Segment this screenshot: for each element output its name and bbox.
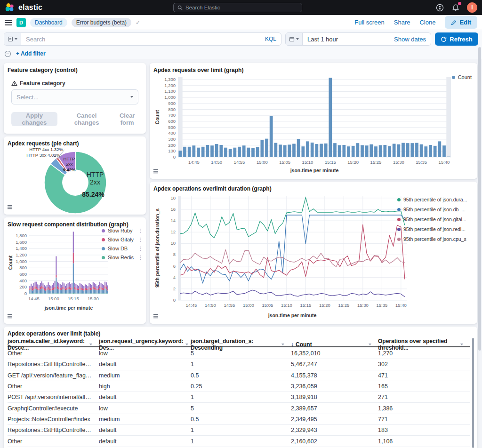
apply-changes-button[interactable]: Apply changes (11, 112, 57, 126)
refresh-button[interactable]: Refresh (435, 32, 478, 46)
chevron-down-icon[interactable] (460, 344, 463, 345)
table-row: Repositories::GitHttpController#info_ref… (8, 359, 470, 370)
table-cell: medium (99, 372, 191, 379)
breadcrumb-current[interactable]: Error budgets (beta) (72, 18, 131, 27)
table-cell: default (99, 438, 191, 445)
kql-query-input[interactable]: Search (21, 36, 265, 43)
panel-title: Apdex operations over limit (table) (8, 330, 474, 337)
kql-toggle[interactable]: KQL (265, 36, 281, 42)
legend-actions-icon[interactable]: ⋮ (138, 255, 143, 260)
legend-item[interactable]: Slow Ruby⋮ (102, 228, 143, 233)
global-search-input[interactable]: Search Elastic (173, 3, 302, 12)
full-screen-link[interactable]: Full screen (354, 19, 385, 26)
table-cell: GET /api/:version/feature_flags/unleash.… (8, 372, 99, 379)
warning-icon (11, 80, 17, 86)
svg-text:Count: Count (154, 110, 160, 124)
table-cell: low (99, 405, 191, 412)
filter-options-icon[interactable] (4, 50, 11, 57)
legend-item[interactable]: 95th percentile of json.gital... (397, 216, 474, 222)
table-cell: 271 (378, 394, 470, 400)
legend-toggle-icon[interactable] (153, 168, 159, 176)
legend-item[interactable]: 95th percentile of json.redi... (397, 226, 474, 232)
show-dates-link[interactable]: Show dates (394, 36, 431, 43)
table-row: GET /api/:version/feature_flags/unleash.… (8, 370, 470, 381)
svg-text:400: 400 (168, 130, 176, 136)
legend-actions-icon[interactable]: ⋮ (138, 246, 143, 251)
feature-category-select[interactable]: Select... (11, 89, 138, 104)
svg-text:json.time per minute: json.time per minute (290, 168, 339, 173)
table-cell: default (99, 394, 191, 400)
svg-text:15:15: 15:15 (300, 303, 311, 308)
dashboard-grid: Feature category (control) Feature categ… (0, 59, 482, 448)
svg-text:15:35: 15:35 (376, 303, 387, 308)
legend-label: Slow DB (108, 246, 128, 251)
legend-item[interactable]: Slow Redis⋮ (102, 255, 143, 260)
sort-desc-icon: ↓ (291, 341, 294, 348)
legend-toggle-icon[interactable] (153, 313, 159, 321)
table-cell: 2,349,495 (291, 416, 378, 423)
time-range-value[interactable]: Last 1 hour (303, 36, 394, 43)
user-avatar[interactable]: I (467, 2, 477, 13)
add-filter-link[interactable]: + Add filter (16, 50, 46, 57)
legend-actions-icon[interactable]: ⋮ (138, 228, 143, 233)
table-cell: 3,189,918 (291, 394, 378, 400)
breadcrumb-dashboard[interactable]: Dashboard (30, 18, 67, 27)
legend-item[interactable]: 95th percentile of json.db_... (397, 207, 474, 212)
chevron-down-icon[interactable] (281, 344, 284, 345)
space-avatar[interactable]: D (16, 18, 26, 27)
saved-query-menu[interactable] (4, 33, 21, 45)
help-icon[interactable] (435, 3, 444, 12)
notifications-bell-icon[interactable] (451, 3, 460, 12)
svg-text:15:40: 15:40 (395, 303, 407, 308)
clear-form-button[interactable]: Clear form (116, 112, 138, 126)
svg-text:1,000: 1,000 (164, 95, 176, 100)
share-link[interactable]: Share (394, 19, 410, 26)
filter-row: + Add filter (0, 48, 482, 59)
table-scrollbar[interactable] (472, 338, 474, 448)
table-cell: Other (8, 438, 99, 445)
table-cell: Other (8, 383, 99, 390)
svg-text:15:00: 15:00 (243, 303, 254, 308)
svg-text:1,200: 1,200 (164, 83, 176, 88)
legend-item[interactable]: 95th percentile of json.dura... (397, 197, 474, 202)
query-bar: Search KQL Last 1 hour Show dates Refres… (0, 30, 482, 48)
svg-text:HTTP: HTTP (64, 156, 75, 161)
chevron-down-icon[interactable] (89, 344, 92, 345)
table-cell: 471 (378, 372, 470, 379)
table-row: Projects::NotesController#indexmedium0.5… (8, 414, 470, 425)
svg-text:0: 0 (173, 154, 176, 160)
legend-label: 95th percentile of json.redi... (403, 226, 466, 232)
legend-toggle-icon[interactable] (7, 204, 13, 212)
date-picker-menu[interactable] (286, 33, 303, 45)
legend-item[interactable]: 95th percentile of json.cpu_s (397, 236, 474, 242)
chevron-down-icon[interactable] (185, 344, 188, 345)
table-cell: 771 (378, 416, 470, 423)
table-cell: 1,270 (378, 350, 470, 357)
elastic-logo[interactable]: elastic (5, 2, 42, 13)
legend-label: 95th percentile of json.gital... (403, 216, 466, 222)
svg-text:100: 100 (168, 148, 176, 153)
legend-item[interactable]: Slow Gitaly⋮ (102, 237, 143, 242)
panel-title: Slow request component distribution (gra… (8, 221, 142, 228)
legend-item[interactable]: Slow DB⋮ (102, 246, 143, 251)
svg-text:15:10: 15:10 (281, 303, 292, 308)
chevron-down-icon (15, 38, 17, 40)
chart-legend: Slow Ruby⋮Slow Gitaly⋮Slow DB⋮Slow Redis… (102, 228, 143, 260)
table-cell: 2,389,657 (291, 405, 378, 412)
refresh-icon (441, 36, 447, 42)
clone-link[interactable]: Clone (419, 19, 435, 26)
cancel-changes-button[interactable]: Cancel changes (70, 112, 104, 126)
legend-toggle-icon[interactable] (7, 313, 13, 321)
page-scrollbar[interactable] (478, 47, 481, 351)
legend-label: 95th percentile of json.db_... (403, 207, 466, 212)
table-cell: 1 (191, 438, 291, 445)
chevron-down-icon[interactable] (369, 344, 371, 345)
chart-legend[interactable]: Count (452, 74, 472, 80)
svg-text:1,300: 1,300 (164, 77, 176, 82)
saved-query-icon (8, 36, 13, 42)
svg-text:9.42%: 9.42% (63, 167, 76, 172)
menu-hamburger-icon[interactable] (5, 20, 12, 25)
svg-text:14:45: 14:45 (28, 296, 40, 301)
legend-actions-icon[interactable]: ⋮ (138, 237, 143, 242)
edit-button[interactable]: Edit (445, 16, 477, 29)
